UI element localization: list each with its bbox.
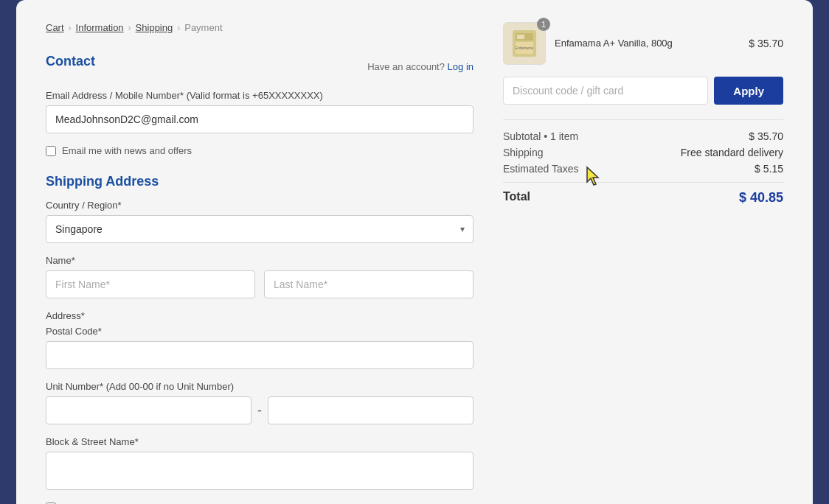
breadcrumb-payment: Payment xyxy=(184,22,222,33)
svg-text:Enfamama: Enfamama xyxy=(516,46,533,50)
shipping-heading: Shipping Address xyxy=(46,174,474,189)
breadcrumb-sep-2: › xyxy=(128,23,131,33)
breadcrumb-sep-1: › xyxy=(69,23,72,33)
first-name-input[interactable] xyxy=(46,270,255,298)
product-price: $ 35.70 xyxy=(749,38,783,49)
unit-row-wrapper: Unit Number* (Add 00-00 if no Unit Numbe… xyxy=(46,381,474,424)
name-row: Name* xyxy=(46,255,474,298)
unit-dash: - xyxy=(257,403,262,419)
breadcrumb-shipping[interactable]: Shipping xyxy=(136,22,173,33)
block-label: Block & Street Name* xyxy=(46,436,474,447)
total-label: Total xyxy=(503,190,530,206)
total-value: $ 40.85 xyxy=(739,190,783,206)
taxes-line: Estimated Taxes $ 5.15 xyxy=(503,163,783,175)
shipping-label: Shipping xyxy=(503,147,544,158)
breadcrumb-sep-3: › xyxy=(177,23,180,33)
product-thumbnail: Enfamama xyxy=(510,29,539,58)
shipping-line: Shipping Free standard delivery xyxy=(503,147,783,158)
svg-rect-2 xyxy=(517,35,524,39)
country-label: Country / Region* xyxy=(46,200,474,211)
name-fields xyxy=(46,270,474,298)
product-name: Enfamama A+ Vanilla, 800g xyxy=(555,37,740,50)
newsletter-row: Email me with news and offers xyxy=(46,145,474,156)
login-link[interactable]: Log in xyxy=(448,61,474,72)
taxes-label: Estimated Taxes xyxy=(503,163,578,175)
email-label: Email Address / Mobile Number* (Valid fo… xyxy=(46,90,474,101)
name-label: Name* xyxy=(46,255,474,266)
unit-label: Unit Number* (Add 00-00 if no Unit Numbe… xyxy=(46,381,474,392)
address-label: Address* xyxy=(46,310,474,321)
unit-input-right[interactable] xyxy=(268,396,474,424)
breadcrumb: Cart › Information › Shipping › Payment xyxy=(46,22,474,33)
subtotal-label: Subtotal • 1 item xyxy=(503,130,578,142)
breadcrumb-cart[interactable]: Cart xyxy=(46,22,64,33)
subtotal-value: $ 35.70 xyxy=(749,130,783,142)
have-account-text: Have an account? Log in xyxy=(367,61,474,72)
discount-input[interactable] xyxy=(503,77,708,105)
block-row: Block & Street Name* xyxy=(46,436,474,490)
country-select[interactable]: Singapore xyxy=(46,215,474,243)
country-row: Country / Region* Singapore ▾ xyxy=(46,200,474,243)
apply-button[interactable]: Apply xyxy=(714,77,783,105)
breadcrumb-information[interactable]: Information xyxy=(76,22,124,33)
contact-heading: Contact xyxy=(46,54,95,69)
product-row: Enfamama 1 Enfamama A+ Vanilla, 800g $ 3… xyxy=(503,22,783,65)
taxes-value: $ 5.15 xyxy=(755,163,783,175)
address-row: Address* Postal Code* xyxy=(46,310,474,369)
newsletter-label: Email me with news and offers xyxy=(62,145,192,156)
newsletter-checkbox[interactable] xyxy=(46,146,56,156)
postal-code-input[interactable] xyxy=(46,341,474,369)
discount-row: Apply xyxy=(503,77,783,105)
country-select-wrapper: Singapore ▾ xyxy=(46,215,474,243)
subtotal-line: Subtotal • 1 item $ 35.70 xyxy=(503,130,783,142)
shipping-value: Free standard delivery xyxy=(681,147,783,158)
contact-header: Contact Have an account? Log in xyxy=(46,54,474,80)
product-image-wrap: Enfamama 1 xyxy=(503,22,546,65)
shipping-section: Shipping Address Country / Region* Singa… xyxy=(46,174,474,504)
last-name-input[interactable] xyxy=(264,270,474,298)
postal-code-label: Postal Code* xyxy=(46,326,474,337)
email-field-row: Email Address / Mobile Number* (Valid fo… xyxy=(46,90,474,133)
email-input[interactable] xyxy=(46,105,474,133)
unit-input-left[interactable] xyxy=(46,396,252,424)
product-quantity-badge: 1 xyxy=(537,18,550,31)
block-input[interactable] xyxy=(46,452,474,490)
checkout-window: Cart › Information › Shipping › Payment … xyxy=(16,0,813,504)
summary-divider xyxy=(503,119,783,120)
right-panel: Enfamama 1 Enfamama A+ Vanilla, 800g $ 3… xyxy=(503,22,783,504)
total-line: Total $ 40.85 xyxy=(503,182,783,206)
contact-section: Contact Have an account? Log in Email Ad… xyxy=(46,54,474,156)
unit-fields: - xyxy=(46,396,474,424)
left-panel: Cart › Information › Shipping › Payment … xyxy=(46,22,474,504)
